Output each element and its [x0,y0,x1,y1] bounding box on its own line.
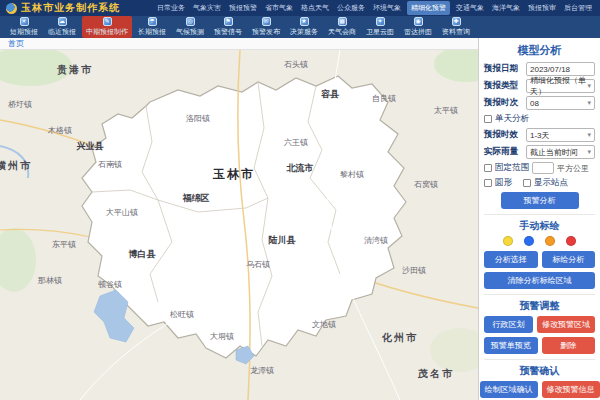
toolbar-item-label: 卫星云图 [366,27,394,37]
main-area: 首页 [0,38,600,400]
confirm-area-button[interactable]: 绘制区域确认 [480,381,538,398]
warning-color-dot[interactable] [524,236,534,246]
topnav-item[interactable]: 预报预审 [526,1,558,15]
chevron-down-icon: ▾ [587,131,591,139]
area-unit-label: 平方公里 [557,163,589,174]
top-navigation: 日常业务气象灾害预报预警省市气象格点天气公众服务环境气象精细化预警交通气象海洋气… [155,1,594,15]
circle-label: 圆形 [495,177,512,189]
toolbar-item-label: 资料查询 [442,27,470,37]
date-input[interactable] [526,62,595,76]
manual-plot-title: 手动标绘 [484,214,595,233]
date-label: 预报日期 [484,63,526,75]
toolbar-item-label: 决策服务 [290,27,318,37]
toolbar-icon: ✉ [262,17,271,26]
app-window: 玉林市业务制作系统 日常业务气象灾害预报预警省市气象格点天气公众服务环境气象精细… [0,0,600,400]
forecast-type-value: 精细化预报（单天） [530,75,587,97]
toolbar-item-label: 天气会商 [328,27,356,37]
topnav-item[interactable]: 交通气象 [454,1,486,15]
analysis-select-button[interactable]: 分析选择 [484,251,538,268]
map-svg [0,50,478,400]
base-map[interactable] [0,50,478,400]
forecast-time-select[interactable]: 08▾ [526,96,595,110]
validity-label: 预报时效 [484,129,526,141]
toolbar-item[interactable]: ⚑预警信号 [210,16,246,38]
rainfall-label: 实际雨量 [484,146,526,158]
toolbar-item-label: 长期预报 [138,27,166,37]
toolbar-item[interactable]: ✎中期预报制作 [82,16,132,38]
warning-preview-button[interactable]: 预警单预览 [484,337,538,354]
topnav-item[interactable]: 格点天气 [299,1,331,15]
toolbar-icon: ⚑ [224,17,233,26]
topnav-item[interactable]: 预报预警 [227,1,259,15]
toolbar-item[interactable]: ◎气候预测 [172,16,208,38]
modify-warning-info-button[interactable]: 修改预警信息 [542,381,600,398]
warning-analysis-button[interactable]: 预警分析 [501,192,579,209]
toolbar-item-label: 预警信号 [214,27,242,37]
toolbar-item[interactable]: ✦卫星云图 [362,16,398,38]
toolbar-icon: ✎ [103,17,112,26]
toolbar-item-label: 预警发布 [252,27,280,37]
toolbar-icon: ☂ [148,17,157,26]
warning-confirm-title: 预警确认 [484,359,595,378]
delete-button[interactable]: 删除 [542,337,596,354]
fixed-range-label: 固定范围 [495,162,529,174]
breadcrumb: 首页 [0,38,478,50]
toolbar-item[interactable]: ✉预警发布 [248,16,284,38]
area-input[interactable] [532,162,554,174]
chevron-down-icon: ▾ [587,148,591,156]
plot-analysis-button[interactable]: 标绘分析 [542,251,596,268]
single-day-label: 单天分析 [495,113,529,125]
topnav-item[interactable]: 省市气象 [263,1,295,15]
topnav-item[interactable]: 精细化预警 [407,1,450,15]
breadcrumb-home-link[interactable]: 首页 [8,38,24,49]
modify-warning-area-button[interactable]: 修改预警区域 [537,316,595,333]
topnav-item[interactable]: 后台管理 [562,1,594,15]
show-station-checkbox[interactable] [523,179,531,187]
single-day-checkbox[interactable] [484,115,492,123]
warning-color-dot[interactable] [566,236,576,246]
forecast-type-select[interactable]: 精细化预报（单天）▾ [526,79,595,93]
rainfall-select[interactable]: 截止当前时间▾ [526,145,595,159]
topnav-item[interactable]: 环境气象 [371,1,403,15]
top-bar: 玉林市业务制作系统 日常业务气象灾害预报预警省市气象格点天气公众服务环境气象精细… [0,0,600,16]
toolbar-item[interactable]: ▦天气会商 [324,16,360,38]
topnav-item[interactable]: 气象灾害 [191,1,223,15]
toolbar-item[interactable]: ☀短期预报 [6,16,42,38]
topnav-item[interactable]: 公众服务 [335,1,367,15]
rainfall-value: 截止当前时间 [530,147,578,158]
toolbar-item[interactable]: ★决策服务 [286,16,322,38]
chevron-down-icon: ▾ [587,99,591,107]
clear-plot-button[interactable]: 清除分析标绘区域 [484,272,595,289]
toolbar-icon: ★ [300,17,309,26]
warning-color-dot[interactable] [545,236,555,246]
app-title: 玉林市业务制作系统 [21,1,120,15]
panel-title: 模型分析 [484,43,595,58]
toolbar-icon: ▦ [338,17,347,26]
toolbar-item-label: 中期预报制作 [86,27,128,37]
fixed-range-checkbox[interactable] [484,164,492,172]
warning-color-legend [484,236,595,246]
topnav-item[interactable]: 海洋气象 [490,1,522,15]
forecast-time-label: 预报时次 [484,97,526,109]
chevron-down-icon: ▾ [587,82,591,90]
toolbar-icon: ☀ [20,17,29,26]
toolbar-item-label: 临近预报 [48,27,76,37]
toolbar-item[interactable]: ◉雷达拼图 [400,16,436,38]
toolbar-item-label: 短期预报 [10,27,38,37]
validity-select[interactable]: 1-3天▾ [526,128,595,142]
toolbar-item[interactable]: ✚资料查询 [438,16,474,38]
admin-region-button[interactable]: 行政区划 [484,316,533,333]
circle-checkbox[interactable] [484,179,492,187]
validity-value: 1-3天 [530,130,550,141]
map-container[interactable]: 首页 [0,38,478,400]
toolbar-icon: ☁ [58,17,67,26]
analysis-panel[interactable]: 模型分析 预报日期 预报类型 精细化预报（单天）▾ 预报时次 08▾ 单天分析 [478,38,600,400]
toolbar-icon: ✚ [452,17,461,26]
toolbar-item[interactable]: ☂长期预报 [134,16,170,38]
warning-color-dot[interactable] [503,236,513,246]
toolbar-icon: ◎ [186,17,195,26]
forecast-type-label: 预报类型 [484,80,526,92]
toolbar-item[interactable]: ☁临近预报 [44,16,80,38]
function-toolbar: ☀短期预报☁临近预报✎中期预报制作☂长期预报◎气候预测⚑预警信号✉预警发布★决策… [0,16,600,38]
topnav-item[interactable]: 日常业务 [155,1,187,15]
